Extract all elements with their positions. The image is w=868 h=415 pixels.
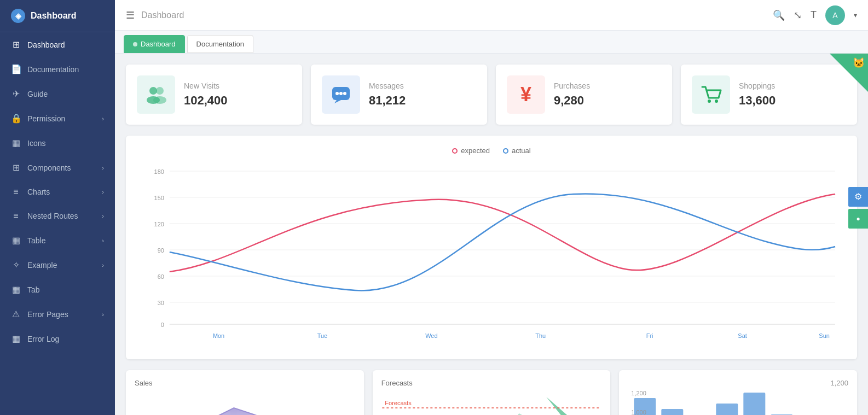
sidebar-item-components[interactable]: ⊞ Components › — [0, 155, 115, 180]
legend-label-actual: actual — [512, 147, 531, 155]
svg-point-5 — [335, 92, 339, 95]
sidebar-item-error-log[interactable]: ▦ Error Log — [0, 326, 115, 351]
stat-cards: New Visits 102,400 Messages 81,2 — [126, 65, 857, 125]
svg-point-1 — [156, 87, 164, 95]
sidebar-item-dashboard[interactable]: ⊞ Dashboard — [0, 32, 115, 57]
forecasts-chart-title: Forecasts — [381, 379, 602, 387]
chat-svg — [330, 84, 352, 106]
font-size-icon[interactable]: T — [811, 9, 817, 21]
tab-dashboard[interactable]: Dashboard — [124, 35, 185, 53]
dropdown-arrow[interactable]: ▾ — [854, 11, 857, 19]
cart-svg — [700, 84, 722, 106]
y-label-0: 0 — [161, 322, 164, 328]
sidebar-item-label: Error Pages — [27, 310, 95, 319]
tab-documentation[interactable]: Documentation — [187, 35, 253, 53]
error-log-icon: ▦ — [11, 334, 21, 344]
legend-dot-actual — [503, 148, 508, 154]
legend-expected: expected — [452, 147, 490, 155]
x-label-sat: Sat — [738, 332, 747, 339]
sidebar-item-icons[interactable]: ▦ Icons — [0, 131, 115, 155]
sidebar-item-nested-routes[interactable]: ≡ Nested Routes › — [0, 204, 115, 228]
sidebar-item-permission[interactable]: 🔒 Permission › — [0, 106, 115, 131]
x-label-fri: Fri — [646, 332, 653, 339]
sidebar-logo: ◈ Dashboard — [0, 0, 115, 32]
bottom-chart-forecasts: Forecasts Forecasts Gold — [373, 370, 611, 415]
sidebar-item-charts[interactable]: ≡ Charts › — [0, 180, 115, 204]
sidebar-item-example[interactable]: ✧ Example › — [0, 253, 115, 277]
header: ☰ Dashboard 🔍 ⤡ T A ▾ — [115, 0, 868, 31]
sidebar-item-label: Nested Routes — [27, 212, 95, 220]
new-visits-icon — [137, 75, 175, 114]
y-label-150: 150 — [154, 195, 164, 201]
sidebar-item-documentation[interactable]: 📄 Documentation — [0, 57, 115, 81]
legend-label-expected: expected — [461, 147, 490, 155]
sidebar-item-label: Components — [27, 163, 95, 172]
svg-rect-16 — [662, 409, 684, 415]
svg-point-9 — [708, 100, 711, 103]
logo-icon: ◈ — [11, 9, 25, 23]
y-label-60: 60 — [158, 273, 164, 280]
y-label-90: 90 — [158, 247, 164, 254]
menu-icon[interactable]: ☰ — [126, 9, 135, 21]
stat-card-purchases: ¥ Purchases 9,280 — [496, 65, 672, 125]
line-chart-container: expected actual 180 150 120 — [126, 136, 857, 359]
sidebar-item-error-pages[interactable]: ⚠ Error Pages › — [0, 302, 115, 326]
stat-value: 81,212 — [369, 93, 476, 108]
stat-card-messages: Messages 81,212 — [311, 65, 487, 125]
sidebar-item-label: Error Log — [27, 335, 104, 343]
permission-icon: 🔒 — [11, 113, 21, 124]
svg-point-7 — [343, 92, 346, 95]
svg-point-10 — [715, 100, 718, 103]
sidebar-item-label: Charts — [27, 188, 95, 196]
revenue-chart-svg: 1,200 1,000 — [628, 387, 848, 415]
chevron-icon: › — [102, 165, 104, 171]
stat-label: Purchases — [554, 81, 661, 90]
legend-dot-expected — [452, 148, 458, 154]
avatar-initial: A — [832, 11, 837, 20]
avatar[interactable]: A — [825, 5, 845, 25]
chevron-icon: › — [102, 311, 104, 318]
svg-point-3 — [153, 96, 166, 104]
right-panel: ⚙ ● — [848, 187, 868, 229]
stat-card-shoppings: Shoppings 13,600 — [681, 65, 857, 125]
x-label-thu: Thu — [535, 332, 546, 339]
legend-actual: actual — [503, 147, 531, 155]
sidebar-item-label: Permission — [27, 114, 95, 123]
sidebar-item-tab[interactable]: ▦ Tab — [0, 277, 115, 302]
theme-button[interactable]: ● — [848, 209, 868, 229]
sidebar-item-label: Tab — [27, 285, 104, 294]
example-icon: ✧ — [11, 260, 21, 270]
svg-point-6 — [339, 92, 343, 95]
purchases-icon: ¥ — [507, 75, 545, 114]
bottom-chart-sales: Sales — [126, 370, 364, 415]
x-label-wed: Wed — [425, 332, 437, 339]
stat-info-new-visits: New Visits 102,400 — [184, 81, 291, 108]
fullscreen-icon[interactable]: ⤡ — [794, 9, 802, 21]
header-actions: 🔍 ⤡ T A ▾ — [773, 5, 857, 25]
sidebar: ◈ Dashboard ⊞ Dashboard 📄 Documentation … — [0, 0, 115, 415]
error-pages-icon: ⚠ — [11, 309, 21, 319]
search-icon[interactable]: 🔍 — [773, 9, 785, 21]
svg-text:Forecasts: Forecasts — [385, 400, 412, 406]
content-area: 🐱 New Visits 102,400 — [115, 54, 868, 415]
sales-chart-title: Sales — [135, 379, 355, 387]
chart-legend: expected actual — [137, 147, 846, 155]
header-title: Dashboard — [141, 10, 766, 20]
stat-value: 13,600 — [739, 93, 846, 108]
guide-icon: ✈ — [11, 89, 21, 99]
svg-rect-19 — [744, 393, 766, 415]
settings-button[interactable]: ⚙ — [848, 187, 868, 207]
chevron-icon: › — [102, 213, 104, 219]
messages-icon — [322, 75, 360, 114]
stat-info-shoppings: Shoppings 13,600 — [739, 81, 846, 108]
tabs-bar: Dashboard Documentation — [115, 31, 868, 54]
components-icon: ⊞ — [11, 162, 21, 173]
svg-text:1,200: 1,200 — [632, 390, 647, 396]
y-label-120: 120 — [154, 221, 164, 227]
svg-marker-8 — [334, 100, 341, 103]
users-svg — [145, 84, 167, 106]
bottom-chart-revenue: 1,200 1,200 1,000 — [619, 370, 857, 415]
sidebar-item-table[interactable]: ▦ Table › — [0, 228, 115, 253]
sidebar-item-guide[interactable]: ✈ Guide — [0, 81, 115, 106]
chevron-icon: › — [102, 262, 104, 268]
